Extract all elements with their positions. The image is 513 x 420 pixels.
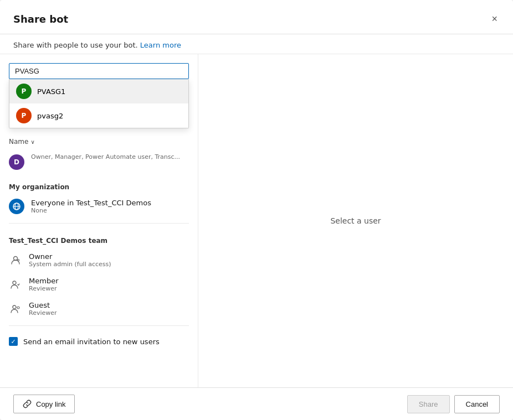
subtitle-text: Share with people to use your bot. xyxy=(13,41,138,49)
owner-name: Owner xyxy=(29,252,111,261)
separator-2 xyxy=(9,325,189,326)
role-owner: Owner System admin (full access) xyxy=(0,248,198,272)
svg-point-7 xyxy=(17,307,19,309)
footer-right-buttons: Share Cancel xyxy=(407,395,500,413)
checkmark-icon: ✓ xyxy=(11,338,16,345)
share-bot-dialog: Share bot × Share with people to use you… xyxy=(0,0,513,420)
search-input[interactable] xyxy=(9,63,189,79)
column-header: Name ∨ xyxy=(0,134,198,149)
search-dropdown: P PVASG1 P pvasg2 xyxy=(9,79,189,128)
subtitle-row: Share with people to use your bot. Learn… xyxy=(0,34,513,54)
separator-1 xyxy=(9,223,189,224)
email-invitation-label: Send an email invitation to new users xyxy=(23,338,160,346)
cancel-button[interactable]: Cancel xyxy=(454,395,500,413)
left-panel: P PVASG1 P pvasg2 Name ∨ xyxy=(0,54,198,387)
sort-icon: ∨ xyxy=(30,139,34,145)
right-panel: Select a user xyxy=(198,54,513,387)
owner-icon xyxy=(9,253,22,267)
svg-point-6 xyxy=(13,305,16,309)
guest-icon xyxy=(9,302,22,315)
dialog-header: Share bot × xyxy=(0,0,513,34)
copy-link-label: Copy link xyxy=(36,400,65,408)
dialog-title: Share bot xyxy=(13,13,68,25)
email-invitation-row[interactable]: ✓ Send an email invitation to new users xyxy=(0,330,198,352)
cancel-label: Cancel xyxy=(466,400,488,408)
link-icon xyxy=(23,400,32,408)
guest-sub: Reviewer xyxy=(29,309,57,317)
everyone-icon xyxy=(9,199,24,214)
share-button[interactable]: Share xyxy=(407,395,450,413)
current-user-roles: Owner, Manager, Power Automate user, Tra… xyxy=(31,153,180,160)
guest-name: Guest xyxy=(29,301,57,309)
svg-point-5 xyxy=(13,281,16,284)
my-org-section-label: My organization xyxy=(0,174,198,194)
close-icon: × xyxy=(491,13,497,25)
owner-sub: System admin (full access) xyxy=(29,261,111,268)
learn-more-link[interactable]: Learn more xyxy=(140,41,181,49)
team-section-label: Test_Test_CCI Demos team xyxy=(0,228,198,248)
svg-point-4 xyxy=(18,260,19,261)
close-button[interactable]: × xyxy=(489,11,500,27)
current-user-item[interactable]: D Owner, Manager, Power Automate user, T… xyxy=(0,149,198,174)
dialog-body: P PVASG1 P pvasg2 Name ∨ xyxy=(0,54,513,387)
dialog-footer: Copy link Share Cancel xyxy=(0,387,513,420)
avatar-pvasg1: P xyxy=(16,84,32,99)
email-invitation-checkbox[interactable]: ✓ xyxy=(9,337,18,346)
dropdown-label-pvasg1: PVASG1 xyxy=(37,87,65,96)
share-label: Share xyxy=(419,400,438,408)
column-name-label: Name xyxy=(9,138,28,146)
everyone-label: Everyone in Test_Test_CCI Demos xyxy=(31,199,151,207)
dropdown-label-pvasg2: pvasg2 xyxy=(37,112,63,120)
current-user-avatar: D xyxy=(9,154,24,170)
member-icon xyxy=(9,278,22,291)
member-sub: Reviewer xyxy=(29,285,58,292)
select-user-text: Select a user xyxy=(330,216,381,225)
dropdown-item-pvasg2[interactable]: P pvasg2 xyxy=(9,103,188,128)
role-member: Member Reviewer xyxy=(0,272,198,297)
everyone-item[interactable]: Everyone in Test_Test_CCI Demos None xyxy=(0,194,198,219)
search-wrapper: P PVASG1 P pvasg2 xyxy=(0,63,198,79)
dropdown-item-pvasg1[interactable]: P PVASG1 xyxy=(9,79,188,103)
copy-link-button[interactable]: Copy link xyxy=(13,395,75,413)
role-guest: Guest Reviewer xyxy=(0,297,198,321)
member-name: Member xyxy=(29,277,58,285)
avatar-pvasg2: P xyxy=(16,108,32,123)
everyone-role: None xyxy=(31,207,151,214)
